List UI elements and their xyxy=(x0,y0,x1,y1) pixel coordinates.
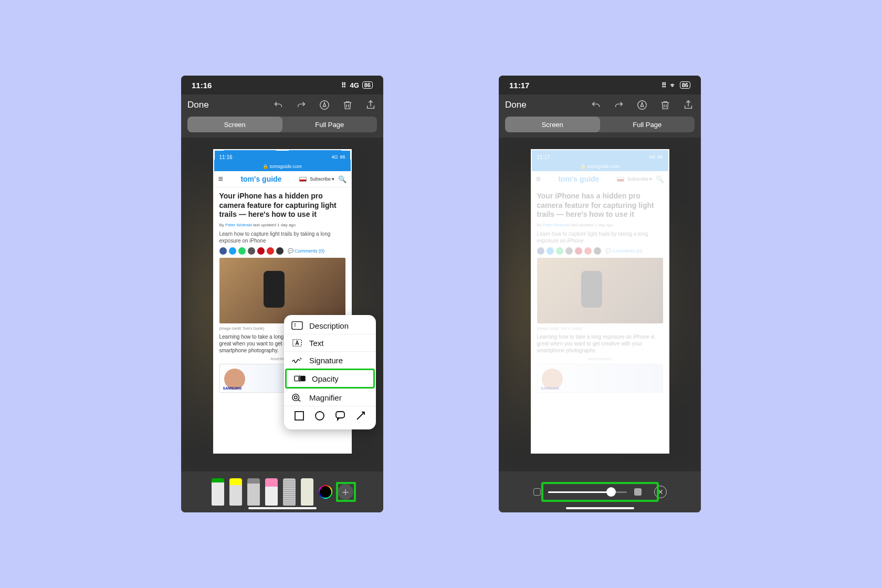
hero-image xyxy=(537,258,663,323)
slider-fill xyxy=(548,491,611,493)
crop-handle[interactable] xyxy=(213,149,224,151)
network-label: 4G xyxy=(350,81,359,89)
signature-icon xyxy=(291,355,303,365)
whatsapp-icon xyxy=(556,247,563,255)
canvas[interactable]: 11:16 4G 86 🔒 tomsguide.com ≡ tom's guid… xyxy=(181,138,383,471)
comments-link: 💬 Comments (0) xyxy=(288,248,325,254)
home-indicator xyxy=(566,507,634,509)
view-segment[interactable]: Screen Full Page xyxy=(187,117,377,132)
battery-level: 86 xyxy=(680,81,690,89)
share-icon[interactable] xyxy=(364,99,377,111)
shape-circle-icon[interactable] xyxy=(314,411,325,423)
whatsapp-icon xyxy=(238,247,246,255)
markup-topnav: Done Screen Full Page xyxy=(181,94,383,138)
tool-eraser[interactable] xyxy=(265,478,278,506)
home-indicator xyxy=(248,507,317,509)
pinterest-icon xyxy=(575,247,582,255)
flag-icon xyxy=(299,177,307,182)
flag-icon xyxy=(617,177,624,182)
redo-icon[interactable] xyxy=(613,99,625,111)
opacity-min-icon xyxy=(533,488,541,496)
tool-marker[interactable] xyxy=(229,478,242,506)
svg-point-7 xyxy=(295,396,298,399)
markup-pen-icon[interactable] xyxy=(318,99,331,111)
done-button[interactable]: Done xyxy=(187,100,209,110)
undo-icon[interactable] xyxy=(272,99,285,111)
slider-thumb[interactable] xyxy=(606,487,616,497)
redo-icon[interactable] xyxy=(295,99,308,111)
article-subhead: Learn how to capture light trails by tak… xyxy=(537,230,663,244)
crop-handle[interactable] xyxy=(213,452,224,454)
wifi-icon: ᯤ xyxy=(670,81,677,89)
markup-toolbar: ＋ xyxy=(181,471,383,512)
tool-lasso[interactable] xyxy=(283,478,296,506)
crop-handle[interactable] xyxy=(276,149,289,151)
highlight-box xyxy=(336,482,356,502)
article-body: Learning how to take a long exposure on … xyxy=(537,333,663,354)
crop-handle[interactable] xyxy=(350,149,352,160)
color-picker[interactable] xyxy=(319,485,332,499)
tab-fullpage[interactable]: Full Page xyxy=(600,117,695,132)
svg-rect-1 xyxy=(292,322,302,330)
svg-rect-3 xyxy=(295,376,299,381)
inner-status-bar: 11:17 4G 86 xyxy=(532,150,668,164)
crop-handle[interactable] xyxy=(213,443,215,454)
pinterest-icon xyxy=(257,247,265,255)
comments-link: 💬 Comments (0) xyxy=(605,248,643,254)
crop-handle[interactable] xyxy=(276,452,289,454)
crop-handle[interactable] xyxy=(350,295,352,308)
hero-image xyxy=(219,258,345,323)
ad-label: Advertisement xyxy=(537,357,663,361)
view-segment[interactable]: Screen Full Page xyxy=(505,117,695,132)
share-icon[interactable] xyxy=(682,99,695,111)
tab-fullpage[interactable]: Full Page xyxy=(282,117,377,132)
svg-point-9 xyxy=(316,412,324,420)
url-bar: 🔒 tomsguide.com xyxy=(214,164,351,171)
add-menu-popup: Description Text Signature Opacity Magni… xyxy=(284,315,376,429)
canvas[interactable]: 11:17 4G 86 🔒 tomsguide.com ≡ tom's guid… xyxy=(499,138,701,471)
text-icon xyxy=(291,338,303,348)
crop-handle[interactable] xyxy=(213,149,215,160)
svg-rect-8 xyxy=(295,412,303,420)
crop-handle[interactable] xyxy=(350,443,352,454)
tool-ruler[interactable] xyxy=(301,478,313,506)
shape-row xyxy=(284,406,376,427)
crop-handle[interactable] xyxy=(213,295,215,308)
markup-pen-icon[interactable] xyxy=(636,99,648,111)
twitter-icon xyxy=(229,247,236,255)
screenshot-frame[interactable]: 11:17 4G 86 🔒 tomsguide.com ≡ tom's guid… xyxy=(531,149,669,454)
menu-signature[interactable]: Signature xyxy=(284,351,376,369)
trash-icon[interactable] xyxy=(659,99,671,111)
social-row: 💬 Comments (0) xyxy=(537,247,663,255)
share-icon xyxy=(248,247,255,255)
tool-pencil[interactable] xyxy=(247,478,260,506)
menu-magnifier[interactable]: Magnifier xyxy=(284,388,376,406)
status-time: 11:17 xyxy=(509,81,529,90)
shape-arrow-icon[interactable] xyxy=(355,411,366,423)
tab-screen[interactable]: Screen xyxy=(187,117,282,132)
trash-icon[interactable] xyxy=(341,99,354,111)
signal-icon: ⠿ xyxy=(341,81,346,89)
menu-opacity[interactable]: Opacity xyxy=(285,369,375,388)
tool-pen[interactable] xyxy=(212,478,224,506)
menu-description[interactable]: Description xyxy=(284,317,376,334)
shape-speech-icon[interactable] xyxy=(335,411,345,423)
svg-point-6 xyxy=(292,394,299,401)
screenshot-content: 11:17 4G 86 🔒 tomsguide.com ≡ tom's guid… xyxy=(532,150,668,453)
site-brand: tom's guide xyxy=(558,175,599,183)
flipboard-icon xyxy=(267,247,274,255)
opacity-slider[interactable] xyxy=(548,491,627,493)
svg-rect-4 xyxy=(301,376,305,381)
site-header: ≡ tom's guide Subscribe ▾ 🔍 xyxy=(214,171,351,187)
url-bar: 🔒 tomsguide.com xyxy=(532,164,668,171)
tab-screen[interactable]: Screen xyxy=(505,117,600,132)
search-icon: 🔍 xyxy=(338,175,346,183)
undo-icon[interactable] xyxy=(590,99,602,111)
done-button[interactable]: Done xyxy=(505,100,527,110)
ad-image: SAMSUNG xyxy=(537,364,663,393)
menu-text[interactable]: Text xyxy=(284,334,376,351)
email-icon xyxy=(276,247,284,255)
shape-square-icon[interactable] xyxy=(294,411,304,423)
image-credit: (Image credit: Tom's Guide) xyxy=(537,327,663,330)
article-headline: Your iPhone has a hidden pro camera feat… xyxy=(537,192,663,219)
